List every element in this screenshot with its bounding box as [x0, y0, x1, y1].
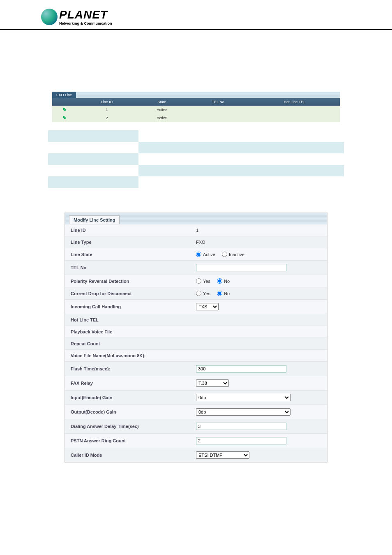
incoming-select[interactable]: FXS: [196, 303, 219, 310]
radio-current-no-input[interactable]: [217, 291, 222, 296]
kv-val: [138, 130, 344, 142]
radio-line-state-active[interactable]: Active: [196, 252, 215, 257]
modify-title: Modify Line Setting: [69, 215, 120, 224]
output-gain-select[interactable]: 0db: [196, 408, 291, 416]
edit-icon[interactable]: ✎: [62, 107, 67, 113]
page-header: PLANET Networking & Communication: [0, 0, 392, 25]
kv-key: [48, 165, 138, 176]
label-line-type: Line Type: [71, 240, 196, 245]
cell-line-id: 2: [77, 114, 137, 122]
radio-line-state-inactive[interactable]: Inactive: [222, 252, 244, 257]
fxo-line-table: Line ID State TEL No Hot Line TEL ✎ 1 Ac…: [52, 98, 340, 122]
logo: PLANET Networking & Communication: [41, 8, 392, 25]
label-fax: FAX Relay: [71, 381, 196, 386]
flash-time-input[interactable]: [196, 365, 286, 372]
value-line-type: FXO: [196, 240, 321, 245]
tel-no-input[interactable]: [196, 264, 286, 271]
label-incoming: Incoming Call Handling: [71, 304, 196, 309]
label-line-state: Line State: [71, 252, 196, 257]
cell-state: Active: [137, 114, 187, 122]
modify-line-setting-panel: Modify Line Setting Line ID 1 Line Type …: [65, 213, 327, 462]
label-ring-count: PSTN Answer Ring Count: [71, 438, 196, 443]
dial-delay-input[interactable]: [196, 423, 286, 430]
kv-val: [138, 153, 344, 165]
header-divider: [0, 29, 392, 30]
input-gain-select[interactable]: 0db: [196, 394, 291, 401]
label-line-id: Line ID: [71, 228, 196, 233]
cell-hot: [249, 114, 340, 122]
kv-table: [48, 130, 344, 188]
radio-polarity-yes-input[interactable]: [196, 278, 201, 284]
radio-active-input[interactable]: [196, 252, 201, 257]
cell-hot: [249, 106, 340, 114]
cell-state: Active: [137, 106, 187, 114]
label-current-drop: Current Drop for Disconnect: [71, 291, 196, 296]
value-line-id: 1: [196, 228, 321, 233]
fxo-line-panel: FXO Line Line ID State TEL No Hot Line T…: [52, 92, 340, 122]
radio-polarity-no-input[interactable]: [217, 278, 222, 284]
col-hotline: Hot Line TEL: [249, 98, 340, 106]
kv-key: [48, 130, 138, 142]
radio-current-yes-input[interactable]: [196, 291, 201, 296]
logo-brand: PLANET: [59, 8, 112, 21]
label-in-gain: Input(Encode) Gain: [71, 395, 196, 400]
kv-key: [48, 153, 138, 165]
radio-current-no[interactable]: No: [217, 291, 230, 296]
col-edit: [52, 98, 77, 106]
caller-id-select[interactable]: ETSI DTMF: [196, 451, 249, 459]
table-row: ✎ 2 Active: [52, 114, 340, 122]
label-flash: Flash Time(msec):: [71, 366, 196, 371]
cell-tel: [187, 114, 249, 122]
label-dial-delay: Dialing Answer Delay Time(sec): [71, 424, 196, 429]
radio-inactive-input[interactable]: [222, 252, 227, 257]
logo-tagline: Networking & Communication: [59, 21, 112, 25]
label-tel-no: TEL No: [71, 265, 196, 270]
label-hotline: Hot Line TEL: [71, 317, 196, 322]
planet-globe-icon: [41, 9, 58, 25]
kv-val: [138, 165, 344, 176]
label-cid: Caller ID Mode: [71, 453, 196, 458]
kv-val: [138, 142, 344, 153]
label-playback: Playback Voice File: [71, 329, 196, 334]
cell-tel: [187, 106, 249, 114]
radio-polarity-yes[interactable]: Yes: [196, 278, 210, 284]
radio-current-yes[interactable]: Yes: [196, 291, 210, 296]
ring-count-input[interactable]: [196, 437, 286, 444]
label-out-gain: Output(Decode) Gain: [71, 409, 196, 414]
kv-val: [138, 176, 344, 188]
kv-key: [48, 176, 138, 188]
fxo-line-tab[interactable]: FXO Line: [52, 92, 76, 98]
label-voicefile: Voice File Name(MuLaw-mono 8K):: [71, 353, 196, 358]
kv-key: [48, 142, 138, 153]
label-repeat: Repeat Count: [71, 341, 196, 346]
col-tel-no: TEL No: [187, 98, 249, 106]
col-state: State: [137, 98, 187, 106]
col-line-id: Line ID: [77, 98, 137, 106]
label-polarity: Polarity Reversal Detection: [71, 279, 196, 284]
edit-icon[interactable]: ✎: [62, 115, 67, 121]
cell-line-id: 1: [77, 106, 137, 114]
table-row: ✎ 1 Active: [52, 106, 340, 114]
radio-polarity-no[interactable]: No: [217, 278, 230, 284]
fax-relay-select[interactable]: T.38: [196, 379, 229, 387]
